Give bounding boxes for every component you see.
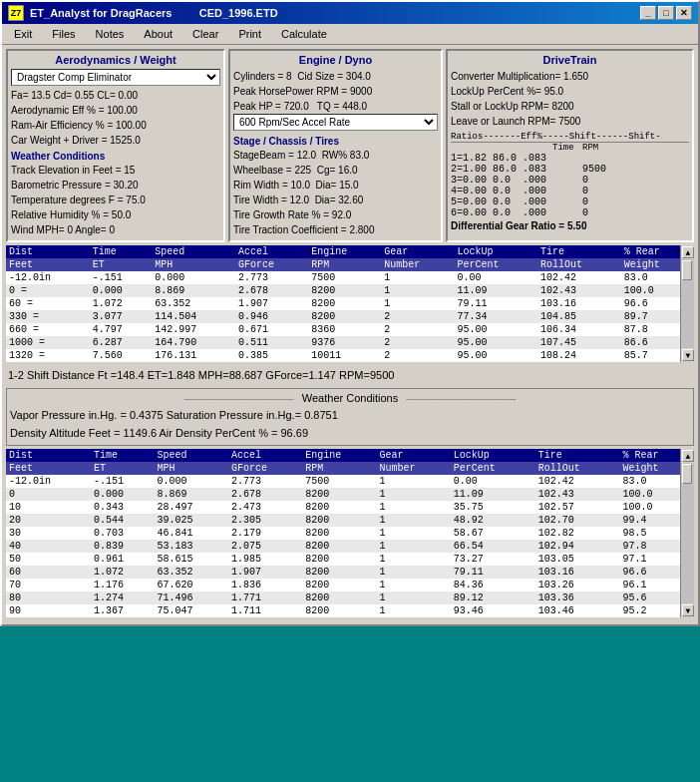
weather-row-5: Wind MPH= 0 Angle= 0 — [11, 222, 220, 237]
menu-calculate[interactable]: Calculate — [273, 26, 335, 42]
stage-row-2: Wheelbase = 225 Cg= 16.0 — [233, 163, 438, 178]
stage-row-3: Rim Width = 10.0 Dia= 15.0 — [233, 178, 438, 193]
table2-subheader-row: Feet ET MPH GForce RPM Number PerCent Ro… — [6, 462, 694, 475]
col-speed: Speed — [152, 245, 235, 258]
scroll-track — [681, 259, 694, 348]
ratio-row-5: 5=0.000.0.0000 — [451, 196, 689, 207]
stage-row-6: Tire Traction Coefficient = 2.800 — [233, 222, 438, 237]
col-rpm: RPM — [582, 143, 622, 153]
col-tire: Tire — [537, 245, 621, 258]
drivetrain-rows: Converter Multiplication= 1.650 LockUp P… — [451, 69, 689, 129]
stage-row-4: Tire Width = 12.0 Dia= 32.60 — [233, 193, 438, 207]
table-row: 300.70346.8412.1798200158.67102.8298.5 — [6, 527, 694, 540]
data-table-2-container: Dist Time Speed Accel Engine Gear LockUp… — [6, 449, 694, 617]
scroll-thumb-2[interactable] — [682, 464, 692, 484]
col-gear: Gear — [381, 245, 454, 258]
engine-row-1: Cylinders = 8 Cid Size = 304.0 — [233, 69, 438, 84]
weather-row-4: Relative Humidity % = 50.0 — [11, 207, 220, 222]
close-button[interactable]: ✕ — [676, 6, 692, 20]
table-row: 100.34328.4972.4738200135.75102.57100.0 — [6, 501, 694, 514]
table-row: 901.36775.0471.7118200193.46103.4695.2 — [6, 604, 694, 617]
main-window: Z7 ET_Analyst for DragRacers CED_1996.ET… — [0, 0, 700, 626]
table-row: 60 =1.07263.3521.9078200179.11103.1696.6 — [6, 297, 694, 310]
maximize-button[interactable]: □ — [658, 6, 674, 20]
menu-notes[interactable]: Notes — [88, 26, 133, 42]
minimize-button[interactable]: _ — [640, 6, 656, 20]
table-row: -12.0in-.1510.0002.773750010.00102.4283.… — [6, 271, 694, 284]
col-accel: Accel — [235, 245, 308, 258]
scrollbar-2[interactable]: ▲ ▼ — [680, 449, 694, 617]
menu-about[interactable]: About — [136, 26, 180, 42]
dt-row-4: Leave or Launch RPM= 7500 — [451, 114, 689, 129]
scroll-thumb[interactable] — [682, 260, 692, 280]
menu-files[interactable]: Files — [44, 26, 83, 42]
ratios-header: Ratios-------Eff%-----Shift------Shift- — [451, 132, 689, 143]
scroll-track-2 — [681, 463, 694, 603]
scroll-up-arrow[interactable]: ▲ — [682, 246, 694, 258]
weather-row-3: Temperature degrees F = 75.0 — [11, 193, 220, 207]
table-row: 330 =3.077114.5040.9468200277.34104.8589… — [6, 310, 694, 323]
scroll-down-arrow-2[interactable]: ▼ — [682, 604, 694, 616]
table-row: 0 =0.0008.8692.6788200111.09102.43100.0 — [6, 284, 694, 297]
col-engine: Engine — [308, 245, 381, 258]
table-row: 1320 =7.560176.1310.38510011295.00108.24… — [6, 349, 694, 362]
title-left: ET_Analyst for DragRacers — [30, 7, 172, 19]
diff-gear-ratio: Differential Gear Ratio = 5.50 — [451, 220, 689, 231]
ratio-row-3: 3=0.000.0.0000 — [451, 175, 689, 186]
col-time: Time — [90, 245, 153, 258]
drivetrain-panel: DriveTrain Converter Multiplication= 1.6… — [446, 49, 694, 242]
menu-exit[interactable]: Exit — [6, 26, 40, 42]
dt-row-1: Converter Multiplication= 1.650 — [451, 69, 689, 84]
menu-clear[interactable]: Clear — [184, 26, 226, 42]
ratios-section: Ratios-------Eff%-----Shift------Shift- … — [451, 132, 689, 231]
menu-print[interactable]: Print — [230, 26, 269, 42]
scroll-up-arrow-2[interactable]: ▲ — [682, 450, 694, 462]
col-lockup: LockUp — [454, 245, 537, 258]
ratio-row-2: 2=1.0086.0.0839500 — [451, 164, 689, 175]
menu-bar: Exit Files Notes About Clear Print Calcu… — [2, 24, 698, 45]
table-row: 801.27471.4961.7718200189.12103.3695.6 — [6, 591, 694, 604]
aero-row-1: Fa= 13.5 Cd= 0.55 CL= 0.00 — [11, 88, 220, 103]
aero-row-2: Aerodynamic Eff % = 100.00 — [11, 103, 220, 118]
shift-info: 1-2 Shift Distance Ft =148.4 ET=1.848 MP… — [6, 365, 694, 385]
stage-row-1: StageBeam = 12.0 RW% 83.0 — [233, 148, 438, 163]
data-table-1: Dist Time Speed Accel Engine Gear LockUp… — [6, 245, 694, 362]
dt-row-3: Stall or LockUp RPM= 8200 — [451, 99, 689, 114]
table-row: 500.96158.6151.9858200173.27103.0597.1 — [6, 553, 694, 566]
accel-rate-dropdown[interactable]: 600 Rpm/Sec Accel Rate — [233, 114, 438, 131]
col-time: Time — [552, 143, 582, 153]
table-row: 00.0008.8692.6788200111.09102.43100.0 — [6, 488, 694, 501]
aero-row-4: Car Weight + Driver = 1525.0 — [11, 133, 220, 148]
content-area: Aerodynamics / Weight Dragster Comp Elim… — [2, 45, 698, 624]
weather-row-1: Track Elevation in Feet = 15 — [11, 163, 220, 178]
weather-row-2: Barometric Pressure = 30.20 — [11, 178, 220, 193]
stage-row-5: Tire Growth Rate % = 92.0 — [233, 207, 438, 222]
aero-panel: Aerodynamics / Weight Dragster Comp Elim… — [6, 49, 225, 242]
table-subheader-row: Feet ET MPH GForce RPM Number PerCent Ro… — [6, 258, 694, 271]
col-dist: Dist — [6, 245, 90, 258]
scroll-down-arrow[interactable]: ▼ — [682, 349, 694, 361]
top-panels: Aerodynamics / Weight Dragster Comp Elim… — [6, 49, 694, 242]
table-row: 200.54439.0252.3058200148.92102.7099.4 — [6, 514, 694, 527]
engine-title: Engine / Dyno — [233, 54, 438, 66]
vehicle-class-dropdown[interactable]: Dragster Comp Eliminator — [11, 69, 220, 86]
ratio-row-1: 1=1.8286.0.083 — [451, 153, 689, 164]
title-filename: CED_1996.ETD — [199, 7, 278, 19]
table-row: 660 =4.797142.9970.6718360295.00106.3487… — [6, 323, 694, 336]
aero-row-3: Ram-Air Efficiency % = 100.00 — [11, 118, 220, 133]
dt-row-2: LockUp PerCent %= 95.0 — [451, 84, 689, 99]
stage-title: Stage / Chassis / Tires — [233, 136, 438, 147]
title-center — [177, 7, 192, 19]
aero-title: Aerodynamics / Weight — [11, 54, 220, 66]
weather-conditions-title: Weather Conditions — [11, 151, 220, 162]
data-table-1-container: Dist Time Speed Accel Engine Gear LockUp… — [6, 245, 694, 362]
drivetrain-title: DriveTrain — [451, 54, 689, 66]
title-bar-left: Z7 ET_Analyst for DragRacers CED_1996.ET… — [8, 5, 278, 21]
data-table-2: Dist Time Speed Accel Engine Gear LockUp… — [6, 449, 694, 617]
weather-section: Weather Conditions Vapor Pressure in.Hg.… — [6, 388, 694, 446]
app-icon: Z7 — [8, 5, 24, 21]
scrollbar-1[interactable]: ▲ ▼ — [680, 245, 694, 362]
ratio-row-6: 6=0.000.0.0000 — [451, 207, 689, 218]
table-row: -12.0in-.1510.0002.773750010.00102.4283.… — [6, 475, 694, 488]
weather-condition-row-1: Vapor Pressure in.Hg. = 0.4375 Saturatio… — [10, 407, 690, 425]
